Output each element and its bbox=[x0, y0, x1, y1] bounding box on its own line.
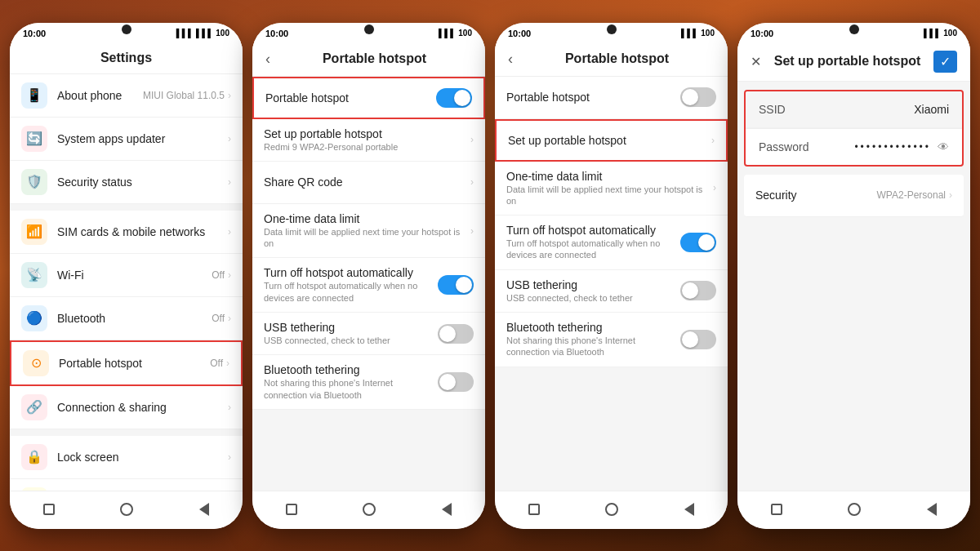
signal-2-icon-1: ▌▌▌ bbox=[196, 29, 213, 38]
setup-content-2: Set up portable hotspot Redmi 9 WPA2-Per… bbox=[264, 127, 470, 153]
turn-off-title-2: Turn off hotspot automatically bbox=[264, 266, 438, 279]
usb-toggle-2[interactable] bbox=[438, 324, 474, 344]
setup-content-3: Set up portable hotspot bbox=[508, 134, 711, 147]
check-button-4[interactable]: ✓ bbox=[933, 51, 957, 73]
security-row[interactable]: Security WPA2-Personal › bbox=[744, 175, 964, 217]
nav-bar-4 bbox=[737, 491, 970, 529]
turn-off-toggle-3[interactable] bbox=[680, 233, 716, 252]
security-chevron-4: › bbox=[949, 189, 952, 201]
settings-item-hotspot[interactable]: ⊙ Portable hotspot Off › bbox=[10, 340, 243, 386]
signal-icon-4: ▌▌▌ bbox=[924, 29, 941, 38]
hotspot-toggle-switch[interactable] bbox=[436, 88, 472, 108]
sim-chevron: › bbox=[228, 226, 231, 238]
nav-circle-1[interactable] bbox=[117, 500, 136, 519]
hotspot-toggle-switch-3[interactable] bbox=[680, 87, 716, 107]
nav-circle-3[interactable] bbox=[602, 500, 621, 519]
battery-icon-1: 100 bbox=[216, 29, 229, 38]
nav-back-1[interactable] bbox=[194, 500, 214, 519]
bt-title-2: Bluetooth tethering bbox=[264, 363, 438, 376]
share-qr-title: Share QR code bbox=[264, 176, 470, 189]
usb-tethering-item-3[interactable]: USB tethering USB connected, check to te… bbox=[495, 270, 728, 313]
sim-icon: 📶 bbox=[21, 219, 47, 245]
back-button-3[interactable]: ‹ bbox=[508, 51, 513, 68]
usb-toggle-3[interactable] bbox=[680, 281, 716, 300]
battery-icon-3: 100 bbox=[701, 29, 715, 38]
sim-content: SIM cards & mobile networks bbox=[57, 225, 228, 238]
turn-off-thumb-2 bbox=[456, 277, 472, 293]
share-qr-item[interactable]: Share QR code › bbox=[252, 162, 485, 204]
usb-subtitle-3: USB connected, check to tether bbox=[506, 292, 680, 304]
settings-item-bluetooth[interactable]: 🔵 Bluetooth Off › bbox=[10, 297, 243, 340]
usb-tethering-item-2[interactable]: USB tethering USB connected, check to te… bbox=[252, 313, 485, 355]
hotspot-title: Portable hotspot bbox=[59, 357, 210, 370]
time-4: 10:00 bbox=[751, 29, 773, 38]
notch-4 bbox=[830, 23, 879, 38]
settings-list-1[interactable]: 📱 About phone MIUI Global 11.0.5 › 🔄 Sys… bbox=[10, 74, 243, 491]
data-limit-subtitle-3: Data limit will be applied next time you… bbox=[506, 184, 713, 207]
settings-item-about[interactable]: 📱 About phone MIUI Global 11.0.5 › bbox=[10, 74, 243, 118]
nav-back-2[interactable] bbox=[437, 500, 457, 519]
screen-2: ‹ Portable hotspot Portable hotspot Set … bbox=[252, 42, 485, 491]
setup-hotspot-item-3[interactable]: Set up portable hotspot › bbox=[495, 119, 728, 162]
settings-item-security[interactable]: 🛡️ Security status › bbox=[10, 161, 243, 204]
ssid-row[interactable]: SSID Xiaomi bbox=[746, 91, 962, 128]
setup-title-2: Set up portable hotspot bbox=[264, 127, 470, 140]
usb-content-2: USB tethering USB connected, check to te… bbox=[264, 321, 438, 346]
bt-toggle-3[interactable] bbox=[680, 330, 716, 349]
wifi-value: Off bbox=[212, 269, 225, 281]
phone-1: 10:00 ▌▌▌ ▌▌▌ 100 Settings 📱 About phone… bbox=[10, 23, 243, 529]
settings-item-wifi[interactable]: 📡 Wi-Fi Off › bbox=[10, 254, 243, 297]
settings-item-display[interactable]: ☀️ Display › bbox=[10, 479, 243, 491]
screen-title-1: Settings bbox=[23, 51, 229, 65]
data-limit-item-3[interactable]: One-time data limit Data limit will be a… bbox=[495, 162, 728, 216]
lockscreen-content: Lock screen bbox=[57, 451, 228, 464]
hotspot-toggle-item[interactable]: Portable hotspot bbox=[252, 77, 485, 119]
password-row[interactable]: Password ••••••••••••• 👁 bbox=[746, 128, 962, 165]
time-2: 10:00 bbox=[265, 29, 288, 38]
nav-bar-2 bbox=[252, 491, 485, 529]
nav-square-1[interactable] bbox=[39, 500, 59, 519]
nav-square-4[interactable] bbox=[767, 500, 786, 519]
screen-title-3: Portable hotspot bbox=[519, 51, 715, 66]
close-button-4[interactable]: ✕ bbox=[751, 54, 761, 69]
bt-thumb-2 bbox=[439, 374, 456, 390]
status-icons-1: ▌▌▌ ▌▌▌ 100 bbox=[176, 29, 229, 38]
nav-circle-4[interactable] bbox=[844, 500, 864, 519]
bt-title-3: Bluetooth tethering bbox=[506, 321, 680, 334]
spacer-2 bbox=[10, 429, 243, 436]
ssid-label: SSID bbox=[759, 103, 824, 116]
about-value: MIUI Global 11.0.5 bbox=[143, 90, 225, 101]
back-button-2[interactable]: ‹ bbox=[265, 51, 270, 68]
hotspot-toggle-item-3[interactable]: Portable hotspot bbox=[495, 77, 728, 119]
eye-icon[interactable]: 👁 bbox=[938, 140, 949, 153]
bt-tethering-item-2[interactable]: Bluetooth tethering Not sharing this pho… bbox=[252, 355, 485, 410]
turn-off-auto-item-2[interactable]: Turn off hotspot automatically Turn off … bbox=[252, 258, 485, 313]
nav-square-3[interactable] bbox=[524, 500, 544, 519]
usb-title-3: USB tethering bbox=[506, 278, 680, 291]
settings-item-lockscreen[interactable]: 🔒 Lock screen › bbox=[10, 436, 243, 479]
password-value[interactable]: ••••••••••••• bbox=[824, 141, 931, 153]
hotspot-toggle-title-3: Portable hotspot bbox=[506, 91, 680, 104]
security-value-4: WPA2-Personal bbox=[877, 189, 946, 201]
settings-list-4: SSID Xiaomi Password ••••••••••••• 👁 Sec… bbox=[737, 82, 970, 491]
settings-list-2[interactable]: Portable hotspot Set up portable hotspot… bbox=[252, 77, 485, 491]
settings-list-3[interactable]: Portable hotspot Set up portable hotspot… bbox=[495, 77, 728, 491]
bt-toggle-2[interactable] bbox=[438, 372, 474, 392]
password-label: Password bbox=[759, 140, 824, 153]
settings-item-connection[interactable]: 🔗 Connection & sharing › bbox=[10, 386, 243, 429]
nav-back-3[interactable] bbox=[679, 500, 699, 519]
settings-item-sim[interactable]: 📶 SIM cards & mobile networks › bbox=[10, 211, 243, 254]
usb-thumb-2 bbox=[439, 326, 456, 342]
time-1: 10:00 bbox=[23, 29, 46, 38]
turn-off-auto-item-3[interactable]: Turn off hotspot automatically Turn off … bbox=[495, 216, 728, 270]
ssid-value[interactable]: Xiaomi bbox=[824, 103, 949, 116]
nav-back-4[interactable] bbox=[922, 500, 942, 519]
setup-hotspot-item-2[interactable]: Set up portable hotspot Redmi 9 WPA2-Per… bbox=[252, 119, 485, 162]
nav-square-2[interactable] bbox=[282, 500, 301, 519]
data-limit-item-2[interactable]: One-time data limit Data limit will be a… bbox=[252, 204, 485, 259]
connection-icon: 🔗 bbox=[21, 394, 47, 420]
nav-circle-2[interactable] bbox=[359, 500, 379, 519]
turn-off-toggle-2[interactable] bbox=[438, 275, 474, 295]
settings-item-updater[interactable]: 🔄 System apps updater › bbox=[10, 118, 243, 161]
bt-tethering-item-3[interactable]: Bluetooth tethering Not sharing this pho… bbox=[495, 313, 728, 367]
